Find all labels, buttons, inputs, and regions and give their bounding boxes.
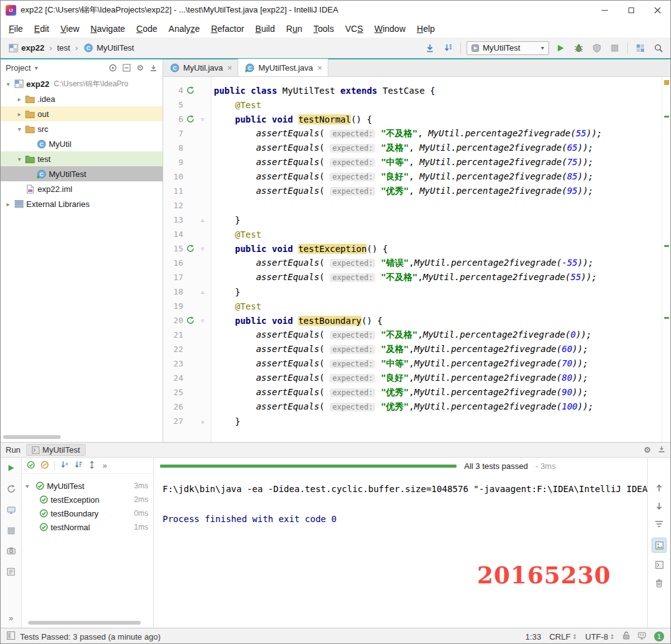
debug-button[interactable] [572,41,585,55]
status-message[interactable]: Tests Passed: 3 passed (a minute ago) [20,632,161,641]
export-results-button[interactable] [7,567,15,578]
tab-myutiltest-java[interactable]: CMyUtilTest.java× [238,59,328,76]
menu-item-edit[interactable]: Edit [29,22,55,36]
run-test-icon[interactable] [183,316,197,325]
maximize-button[interactable] [618,1,644,19]
menu-item-analyze[interactable]: Analyze [163,22,206,36]
tree-item-out[interactable]: ▸out [1,106,163,121]
take-snapshot-button[interactable] [7,547,16,556]
show-ignored-filter-icon[interactable] [41,461,49,471]
menu-item-tools[interactable]: Tools [308,22,340,36]
menu-item-vcs[interactable]: VCS [340,22,369,36]
tree-item-exp22[interactable]: ▾exp22C:\Users\锦年\IdeaPro [1,76,163,91]
menu-item-view[interactable]: View [55,22,85,36]
menu-item-window[interactable]: Window [369,22,411,36]
rerun-failed-tests-button[interactable] [7,485,16,495]
error-stripe[interactable] [662,77,670,442]
collapse-all-icon[interactable] [123,64,131,72]
fold-marker-icon[interactable]: ▵ [197,289,208,295]
menu-item-file[interactable]: File [3,22,29,36]
hide-panel-icon[interactable] [658,445,665,455]
test-item-testexception[interactable]: testException2ms [22,493,153,506]
search-everywhere-icon[interactable] [652,41,665,55]
horizontal-scrollbar[interactable] [28,621,141,625]
minimize-button[interactable] [592,1,618,19]
expand-all-icon[interactable] [88,461,96,471]
lock-icon[interactable] [623,631,630,641]
menu-item-code[interactable]: Code [131,22,163,36]
tab-myutil-java[interactable]: CMyUtil.java× [163,59,238,76]
stop-button[interactable] [8,527,15,536]
clear-console-icon[interactable] [655,579,663,590]
toolwindow-switcher-icon[interactable] [7,631,15,641]
notifications-badge[interactable]: 1 [654,631,664,641]
chevron-down-icon[interactable]: ▾ [3,81,13,88]
menu-item-navigate[interactable]: Navigate [85,22,131,36]
more-icon[interactable]: » [103,461,107,470]
stripe-mark[interactable] [664,116,669,118]
run-test-icon[interactable] [183,115,197,123]
breadcrumb-item-test[interactable]: test [55,43,72,53]
chevron-right-icon[interactable]: ▸ [14,96,24,103]
fold-marker-icon[interactable]: ▿ [197,318,208,324]
fold-marker-icon[interactable]: ▿ [197,246,208,252]
more-icon[interactable]: » [9,613,13,623]
settings-gear-icon[interactable]: ⚙ [643,445,651,455]
sort-by-duration-icon[interactable] [74,461,83,471]
stop-button[interactable] [608,41,622,55]
chevron-down-icon[interactable]: ▾ [14,156,24,163]
scroll-up-icon[interactable] [655,484,663,494]
ide-indicator-icon[interactable] [638,632,646,641]
chevron-right-icon[interactable]: ▸ [14,111,24,118]
sort-alphabetically-icon[interactable]: a [61,461,69,471]
fold-marker-icon[interactable]: ▵ [197,217,208,223]
project-panel-title[interactable]: Project [6,63,31,73]
run-button[interactable] [553,41,567,55]
show-passed-filter-icon[interactable] [27,461,35,471]
toggle-auto-test-button[interactable] [7,506,16,516]
encoding-select[interactable]: UTF-8 ↕ [585,632,615,641]
coverage-button[interactable] [590,41,603,55]
run-configuration-select[interactable]: MyUtilTest ▾ [467,41,549,55]
tree-item-myutiltest[interactable]: CMyUtilTest [1,166,163,181]
tree-item-external-libraries[interactable]: ▸External Libraries [1,196,163,211]
menu-item-run[interactable]: Run [281,22,308,36]
fold-marker-icon[interactable]: ▵ [197,418,208,425]
line-ending-select[interactable]: CRLF ↕ [549,632,577,641]
chevron-right-icon[interactable]: ▸ [3,201,13,208]
fold-marker-icon[interactable]: ▿ [197,116,208,123]
chevron-down-icon[interactable]: ▾ [26,483,34,490]
inspection-indicator-icon[interactable] [664,80,669,85]
rerun-button[interactable] [7,464,15,474]
close-tab-icon[interactable]: × [318,63,323,73]
test-item-testnormal[interactable]: testNormal1ms [22,520,153,534]
settings-gear-icon[interactable]: ⚙ [136,63,144,73]
tree-item-test[interactable]: ▾test [1,151,163,166]
test-item-testboundary[interactable]: testBoundary0ms [22,506,153,520]
incoming-changes-icon[interactable] [441,41,455,55]
chevron-down-icon[interactable]: ▾ [14,126,24,133]
tree-item-src[interactable]: ▾src [1,121,163,136]
run-panel-tab[interactable]: MyUtilTest [26,444,86,456]
code-editor[interactable]: 4public class MyUtilTest extends TestCas… [163,77,670,442]
breadcrumb-item-exp22[interactable]: exp22 [6,43,46,53]
scroll-down-icon[interactable] [655,502,663,512]
menu-item-help[interactable]: Help [411,22,441,36]
menu-item-build[interactable]: Build [250,22,280,36]
chevron-down-icon[interactable]: ▾ [34,64,38,71]
update-project-icon[interactable] [423,41,436,55]
close-tab-icon[interactable]: × [228,63,233,73]
menu-item-refactor[interactable]: Refactor [205,22,250,36]
breadcrumb-item-myutiltest[interactable]: CMyUtilTest [81,43,136,53]
filter-icon[interactable] [655,520,663,530]
caret-position[interactable]: 1:33 [525,632,541,641]
console-output[interactable]: F:\jdk\bin\java -ea -Didea.test.cyclic.b… [154,474,647,628]
test-tree-root[interactable]: ▾MyUtilTest3ms [22,479,153,493]
tree-item-idea[interactable]: ▸.idea [1,91,163,106]
stripe-mark[interactable] [664,245,669,247]
tree-item-myutil[interactable]: CMyUtil [1,136,163,151]
console-settings-icon[interactable] [655,561,663,571]
close-button[interactable] [644,1,670,19]
soft-wrap-toggle-icon[interactable] [652,538,667,553]
tree-item-exp22-iml[interactable]: exp22.iml [1,181,163,196]
